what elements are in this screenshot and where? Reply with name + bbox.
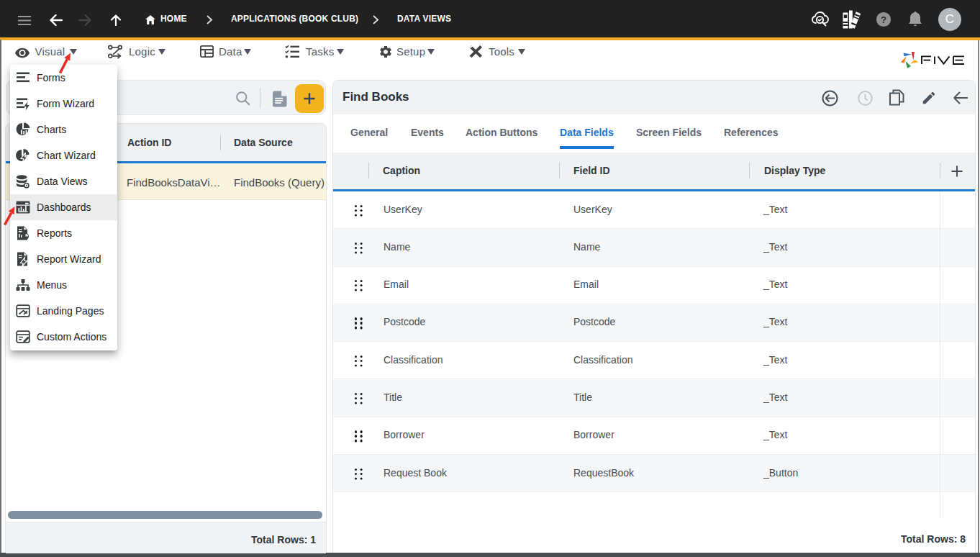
svg-text:?: ? <box>881 14 886 25</box>
